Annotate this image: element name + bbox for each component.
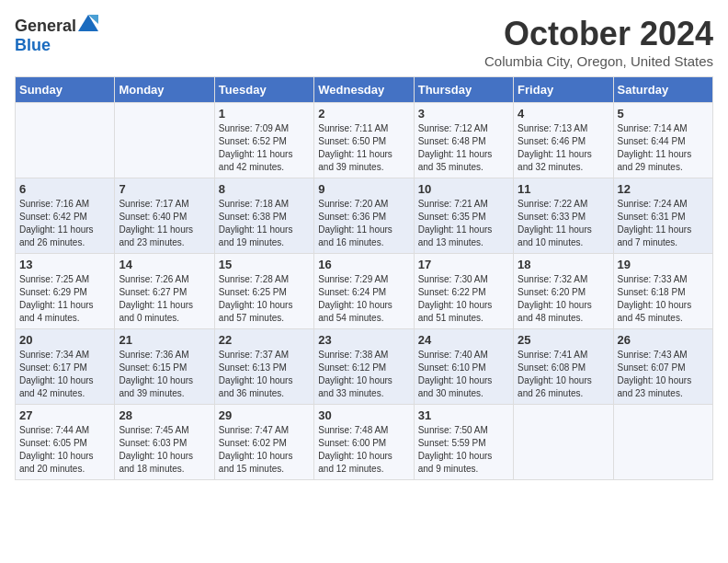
calendar-cell — [514, 405, 613, 480]
cell-content: Sunrise: 7:47 AMSunset: 6:02 PMDaylight:… — [219, 425, 293, 474]
calendar-cell: 26Sunrise: 7:43 AMSunset: 6:07 PMDayligh… — [613, 329, 712, 405]
calendar-cell: 30Sunrise: 7:48 AMSunset: 6:00 PMDayligh… — [314, 405, 414, 480]
weekday-header-friday: Friday — [514, 77, 613, 103]
calendar-cell: 16Sunrise: 7:29 AMSunset: 6:24 PMDayligh… — [314, 254, 414, 329]
day-number: 3 — [418, 107, 509, 121]
weekday-header-row: SundayMondayTuesdayWednesdayThursdayFrid… — [16, 77, 713, 103]
week-row-3: 13Sunrise: 7:25 AMSunset: 6:29 PMDayligh… — [16, 254, 713, 329]
cell-content: Sunrise: 7:32 AMSunset: 6:20 PMDaylight:… — [518, 274, 592, 323]
cell-content: Sunrise: 7:37 AMSunset: 6:13 PMDaylight:… — [219, 350, 293, 398]
day-number: 27 — [19, 408, 110, 422]
day-number: 13 — [19, 258, 110, 271]
cell-content: Sunrise: 7:30 AMSunset: 6:22 PMDaylight:… — [418, 274, 493, 323]
calendar-cell: 8Sunrise: 7:18 AMSunset: 6:38 PMDaylight… — [214, 178, 313, 254]
cell-content: Sunrise: 7:20 AMSunset: 6:36 PMDaylight:… — [318, 199, 392, 247]
calendar-cell — [613, 405, 712, 480]
cell-content: Sunrise: 7:26 AMSunset: 6:27 PMDaylight:… — [119, 274, 193, 323]
day-number: 16 — [318, 258, 409, 271]
calendar-cell: 18Sunrise: 7:32 AMSunset: 6:20 PMDayligh… — [514, 254, 613, 329]
week-row-5: 27Sunrise: 7:44 AMSunset: 6:05 PMDayligh… — [16, 405, 713, 480]
cell-content: Sunrise: 7:25 AMSunset: 6:29 PMDaylight:… — [19, 274, 94, 323]
calendar-cell: 7Sunrise: 7:17 AMSunset: 6:40 PMDaylight… — [115, 178, 214, 254]
day-number: 1 — [219, 107, 310, 121]
weekday-header-saturday: Saturday — [613, 77, 712, 103]
day-number: 28 — [119, 408, 210, 422]
day-number: 31 — [418, 408, 509, 422]
cell-content: Sunrise: 7:43 AMSunset: 6:07 PMDaylight:… — [618, 350, 692, 398]
cell-content: Sunrise: 7:48 AMSunset: 6:00 PMDaylight:… — [318, 425, 392, 474]
calendar-cell: 19Sunrise: 7:33 AMSunset: 6:18 PMDayligh… — [613, 254, 712, 329]
location-subtitle: Columbia City, Oregon, United States — [484, 53, 713, 69]
calendar-cell: 14Sunrise: 7:26 AMSunset: 6:27 PMDayligh… — [115, 254, 214, 329]
calendar-body: 1Sunrise: 7:09 AMSunset: 6:52 PMDaylight… — [16, 103, 713, 480]
cell-content: Sunrise: 7:22 AMSunset: 6:33 PMDaylight:… — [518, 199, 592, 247]
weekday-header-sunday: Sunday — [16, 77, 115, 103]
calendar-cell: 3Sunrise: 7:12 AMSunset: 6:48 PMDaylight… — [414, 103, 513, 178]
calendar-cell: 25Sunrise: 7:41 AMSunset: 6:08 PMDayligh… — [514, 329, 613, 405]
day-number: 24 — [418, 333, 509, 347]
day-number: 9 — [318, 182, 409, 196]
cell-content: Sunrise: 7:18 AMSunset: 6:38 PMDaylight:… — [219, 199, 293, 247]
day-number: 25 — [518, 333, 609, 347]
cell-content: Sunrise: 7:33 AMSunset: 6:18 PMDaylight:… — [618, 274, 692, 323]
day-number: 14 — [119, 258, 210, 271]
cell-content: Sunrise: 7:12 AMSunset: 6:48 PMDaylight:… — [418, 123, 493, 172]
calendar-cell: 6Sunrise: 7:16 AMSunset: 6:42 PMDaylight… — [16, 178, 115, 254]
calendar-cell — [16, 103, 115, 178]
day-number: 4 — [518, 107, 609, 121]
calendar-cell: 22Sunrise: 7:37 AMSunset: 6:13 PMDayligh… — [214, 329, 313, 405]
day-number: 11 — [518, 182, 609, 196]
calendar-cell: 24Sunrise: 7:40 AMSunset: 6:10 PMDayligh… — [414, 329, 513, 405]
header: General Blue October 2024 Columbia City,… — [15, 15, 713, 69]
cell-content: Sunrise: 7:09 AMSunset: 6:52 PMDaylight:… — [219, 123, 293, 172]
calendar-cell: 9Sunrise: 7:20 AMSunset: 6:36 PMDaylight… — [314, 178, 414, 254]
calendar-cell: 2Sunrise: 7:11 AMSunset: 6:50 PMDaylight… — [314, 103, 414, 178]
week-row-1: 1Sunrise: 7:09 AMSunset: 6:52 PMDaylight… — [16, 103, 713, 178]
cell-content: Sunrise: 7:50 AMSunset: 5:59 PMDaylight:… — [418, 425, 493, 474]
calendar-cell: 13Sunrise: 7:25 AMSunset: 6:29 PMDayligh… — [16, 254, 115, 329]
calendar-cell: 20Sunrise: 7:34 AMSunset: 6:17 PMDayligh… — [16, 329, 115, 405]
calendar-cell: 31Sunrise: 7:50 AMSunset: 5:59 PMDayligh… — [414, 405, 513, 480]
day-number: 6 — [19, 182, 110, 196]
cell-content: Sunrise: 7:40 AMSunset: 6:10 PMDaylight:… — [418, 350, 493, 398]
day-number: 2 — [318, 107, 409, 121]
day-number: 20 — [19, 333, 110, 347]
logo-icon — [78, 15, 98, 31]
weekday-header-monday: Monday — [115, 77, 214, 103]
day-number: 8 — [219, 182, 310, 196]
logo-general: General — [15, 17, 76, 35]
week-row-4: 20Sunrise: 7:34 AMSunset: 6:17 PMDayligh… — [16, 329, 713, 405]
day-number: 7 — [119, 182, 210, 196]
day-number: 10 — [418, 182, 509, 196]
weekday-header-thursday: Thursday — [414, 77, 513, 103]
calendar-cell: 28Sunrise: 7:45 AMSunset: 6:03 PMDayligh… — [115, 405, 214, 480]
calendar-cell: 23Sunrise: 7:38 AMSunset: 6:12 PMDayligh… — [314, 329, 414, 405]
calendar-cell: 5Sunrise: 7:14 AMSunset: 6:44 PMDaylight… — [613, 103, 712, 178]
cell-content: Sunrise: 7:16 AMSunset: 6:42 PMDaylight:… — [19, 199, 94, 247]
logo: General Blue — [15, 15, 98, 55]
calendar-cell: 12Sunrise: 7:24 AMSunset: 6:31 PMDayligh… — [613, 178, 712, 254]
logo-blue: Blue — [15, 36, 51, 54]
day-number: 22 — [219, 333, 310, 347]
month-title: October 2024 — [484, 15, 713, 53]
calendar-cell: 4Sunrise: 7:13 AMSunset: 6:46 PMDaylight… — [514, 103, 613, 178]
cell-content: Sunrise: 7:34 AMSunset: 6:17 PMDaylight:… — [19, 350, 94, 398]
calendar-cell: 10Sunrise: 7:21 AMSunset: 6:35 PMDayligh… — [414, 178, 513, 254]
cell-content: Sunrise: 7:29 AMSunset: 6:24 PMDaylight:… — [318, 274, 392, 323]
week-row-2: 6Sunrise: 7:16 AMSunset: 6:42 PMDaylight… — [16, 178, 713, 254]
calendar-cell: 27Sunrise: 7:44 AMSunset: 6:05 PMDayligh… — [16, 405, 115, 480]
cell-content: Sunrise: 7:28 AMSunset: 6:25 PMDaylight:… — [219, 274, 293, 323]
day-number: 5 — [618, 107, 709, 121]
day-number: 12 — [618, 182, 709, 196]
cell-content: Sunrise: 7:44 AMSunset: 6:05 PMDaylight:… — [19, 425, 94, 474]
day-number: 26 — [618, 333, 709, 347]
day-number: 15 — [219, 258, 310, 271]
day-number: 17 — [418, 258, 509, 271]
calendar-cell: 17Sunrise: 7:30 AMSunset: 6:22 PMDayligh… — [414, 254, 513, 329]
day-number: 18 — [518, 258, 609, 271]
calendar-cell: 21Sunrise: 7:36 AMSunset: 6:15 PMDayligh… — [115, 329, 214, 405]
cell-content: Sunrise: 7:17 AMSunset: 6:40 PMDaylight:… — [119, 199, 193, 247]
cell-content: Sunrise: 7:41 AMSunset: 6:08 PMDaylight:… — [518, 350, 592, 398]
day-number: 29 — [219, 408, 310, 422]
weekday-header-wednesday: Wednesday — [314, 77, 414, 103]
